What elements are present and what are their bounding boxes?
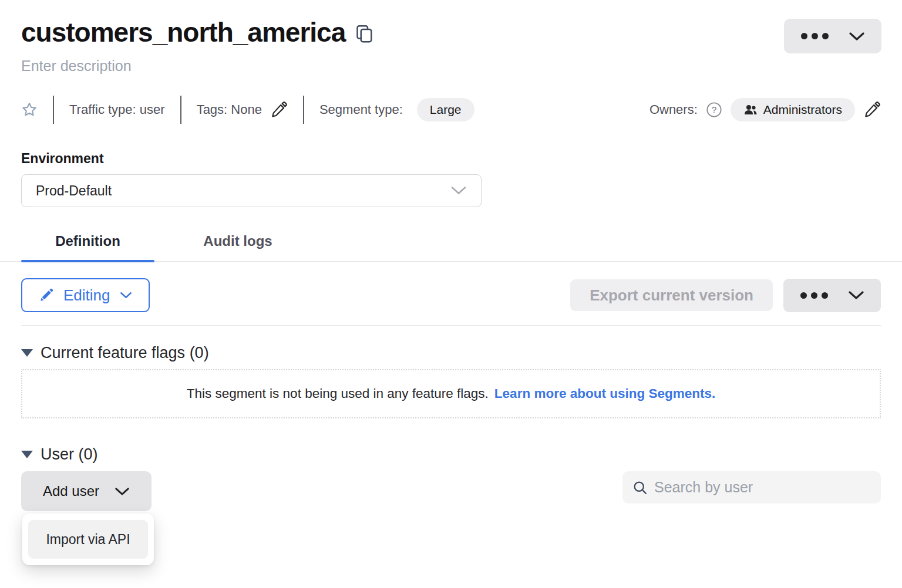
- feature-flags-section-header[interactable]: Current feature flags (0): [21, 344, 881, 362]
- toolbar: Editing Export current version: [21, 278, 881, 312]
- feature-flags-section-title: Current feature flags (0): [41, 344, 209, 362]
- divider: [303, 96, 304, 124]
- page-title: customers_north_america: [21, 16, 345, 48]
- tags: Tags: None: [197, 101, 288, 119]
- environment-label: Environment: [21, 151, 881, 167]
- learn-more-link[interactable]: Learn more about using Segments.: [494, 386, 715, 401]
- user-search-input[interactable]: [654, 479, 871, 496]
- chevron-down-icon: [849, 31, 865, 42]
- user-actions-row: Add user Import via API: [21, 471, 881, 511]
- tab-audit-logs[interactable]: Audit logs: [189, 226, 287, 261]
- edit-owners-pencil-icon[interactable]: [863, 101, 881, 119]
- search-icon: [632, 479, 648, 496]
- pencil-icon: [39, 288, 54, 303]
- owners-label: Owners:: [649, 102, 698, 117]
- title-row: customers_north_america: [21, 16, 881, 48]
- meta-row: Traffic type: user Tags: None Segment ty…: [21, 96, 881, 124]
- collapse-caret-icon[interactable]: [21, 451, 33, 458]
- edit-tags-pencil-icon[interactable]: [270, 101, 288, 119]
- owners-value: Administrators: [763, 103, 842, 117]
- user-search-box[interactable]: [622, 471, 881, 503]
- tags-label: Tags: None: [197, 102, 262, 117]
- add-user-dropdown-menu: Import via API: [22, 513, 154, 565]
- environment-select[interactable]: Prod-Default: [21, 174, 482, 207]
- divider: [180, 96, 181, 124]
- description-field[interactable]: Enter description: [21, 58, 881, 75]
- favorite-star-icon[interactable]: [21, 102, 38, 118]
- divider: [53, 96, 54, 124]
- user-section-title: User (0): [41, 445, 98, 464]
- owners-group: Owners: ? Administrators: [649, 98, 881, 121]
- ellipsis-icon: [801, 33, 829, 39]
- editing-label: Editing: [63, 286, 110, 305]
- editing-mode-button[interactable]: Editing: [21, 278, 150, 312]
- segment-type: Segment type: Large: [319, 98, 474, 121]
- add-user-label: Add user: [43, 483, 99, 499]
- segment-type-badge: Large: [417, 98, 474, 121]
- environment-selected-value: Prod-Default: [36, 183, 112, 199]
- copy-icon[interactable]: [356, 24, 373, 44]
- add-user-button[interactable]: Add user: [21, 471, 152, 511]
- tab-definition[interactable]: Definition: [21, 226, 154, 261]
- header-more-button[interactable]: [784, 19, 881, 53]
- empty-state-text: This segment is not being used in any fe…: [187, 386, 489, 401]
- chevron-down-icon: [848, 290, 864, 300]
- user-section-header[interactable]: User (0): [21, 445, 881, 464]
- svg-text:?: ?: [712, 105, 716, 114]
- owners-badge: Administrators: [731, 98, 855, 121]
- export-current-version-button[interactable]: Export current version: [570, 279, 773, 311]
- chevron-down-icon: [450, 185, 467, 196]
- traffic-type: Traffic type: user: [69, 102, 165, 117]
- menu-item-import-via-api[interactable]: Import via API: [28, 520, 148, 559]
- tab-bar: Definition Audit logs: [0, 226, 902, 262]
- divider: [21, 325, 881, 326]
- segment-type-label: Segment type:: [319, 102, 403, 117]
- toolbar-more-button[interactable]: [783, 279, 881, 312]
- collapse-caret-icon[interactable]: [21, 349, 33, 357]
- help-question-icon[interactable]: ?: [706, 102, 722, 118]
- ellipsis-icon: [800, 292, 828, 299]
- feature-flags-empty-state: This segment is not being used in any fe…: [21, 369, 881, 418]
- chevron-down-icon: [115, 486, 130, 496]
- chevron-down-icon: [120, 291, 132, 299]
- people-icon: [743, 103, 758, 116]
